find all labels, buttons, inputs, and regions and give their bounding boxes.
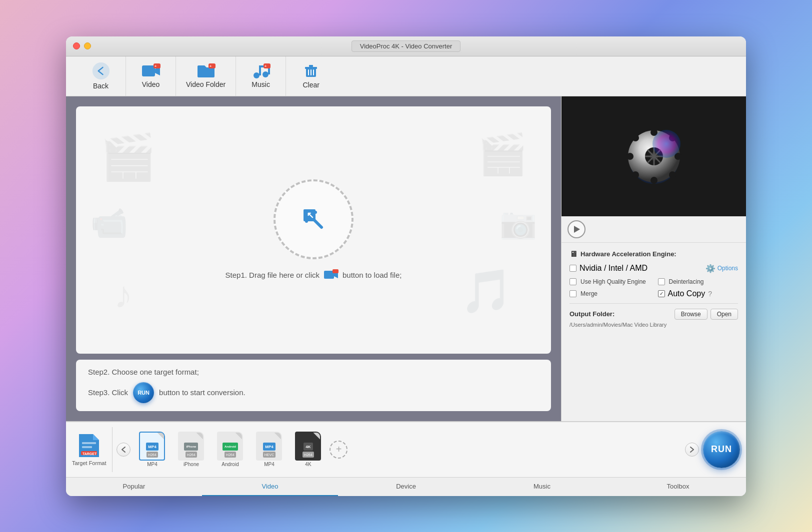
tab-music[interactable]: Music bbox=[474, 478, 610, 496]
right-arrow-icon bbox=[690, 446, 694, 453]
toolbar: Back + Video + Video Folder bbox=[66, 56, 746, 96]
back-icon bbox=[92, 62, 110, 80]
preset-h264-sub: H264 bbox=[146, 452, 158, 458]
preset-4k-badge: 4K bbox=[304, 443, 312, 451]
settings-panel: 🖥 Hardware Acceleration Engine: Nvidia /… bbox=[562, 243, 746, 421]
play-button[interactable] bbox=[568, 220, 586, 238]
preset-iphone-icon: iPhone H264 bbox=[178, 432, 204, 461]
svg-point-34 bbox=[669, 171, 676, 178]
video-inline-icon bbox=[324, 269, 338, 280]
checks-grid: Use High Quality Engine Deinterlacing Me… bbox=[570, 278, 738, 298]
music-button[interactable]: + Music bbox=[236, 56, 286, 96]
preset-mp4-label: MP4 bbox=[147, 462, 158, 467]
format-presets: MP4 H264 MP4 iPhone H264 iPhone bbox=[134, 432, 681, 467]
format-bar: TARGET Target Format MP4 H264 bbox=[66, 422, 746, 477]
nvidia-checkbox[interactable] bbox=[570, 265, 576, 272]
preset-iphone-badge: iPhone bbox=[184, 443, 198, 451]
music-label: Music bbox=[252, 80, 270, 88]
deinterlacing-label: Deinterlacing bbox=[669, 278, 704, 285]
preset-android-label: Android bbox=[222, 462, 238, 467]
target-format-label: Target Format bbox=[72, 460, 106, 466]
svg-point-0 bbox=[92, 63, 108, 79]
main-content: 🎬 🎬 ♪ 🎵 📹 📷 ↖ Step1. Drag file here o bbox=[66, 96, 746, 421]
left-arrow-icon bbox=[121, 446, 126, 453]
video-label: Video bbox=[142, 80, 160, 88]
tab-toolbox[interactable]: Toolbox bbox=[610, 478, 746, 496]
bottom-area: TARGET Target Format MP4 H264 bbox=[66, 421, 746, 496]
preset-android-badge: Android bbox=[222, 443, 238, 451]
svg-point-8 bbox=[262, 71, 268, 77]
output-folder-section: Output Folder: Browse Open /Users/admin/… bbox=[570, 303, 738, 328]
preset-iphone-label: iPhone bbox=[184, 462, 199, 467]
preset-iphone[interactable]: iPhone H264 iPhone bbox=[174, 432, 208, 467]
preset-android-sub: H264 bbox=[224, 452, 236, 458]
target-format-file-icon: TARGET bbox=[78, 433, 100, 458]
svg-rect-24 bbox=[332, 269, 338, 273]
tab-video[interactable]: Video bbox=[202, 478, 338, 496]
preset-mp4-h264-icon: MP4 H264 bbox=[139, 432, 165, 461]
add-format-button[interactable]: + bbox=[330, 441, 348, 459]
play-icon bbox=[574, 226, 580, 233]
options-button[interactable]: Options bbox=[718, 265, 738, 272]
svg-point-33 bbox=[632, 134, 639, 141]
preset-hevc-sub: HEVC bbox=[263, 452, 276, 458]
preset-iphone-sub: H264 bbox=[186, 452, 197, 458]
preset-android[interactable]: Android H264 Android bbox=[212, 432, 248, 467]
left-panel: 🎬 🎬 ♪ 🎵 📹 📷 ↖ Step1. Drag file here o bbox=[66, 96, 561, 421]
preset-4k-icon: 4K H264 bbox=[295, 432, 321, 461]
nvidia-label: Nvidia / Intel / AMD bbox=[580, 264, 648, 273]
svg-text:+: + bbox=[210, 64, 212, 68]
tab-device[interactable]: Device bbox=[338, 478, 474, 496]
video-button[interactable]: + Video bbox=[126, 56, 176, 96]
high-quality-checkbox[interactable] bbox=[570, 278, 576, 285]
video-folder-button[interactable]: + Video Folder bbox=[176, 56, 236, 96]
browse-button[interactable]: Browse bbox=[674, 309, 708, 320]
next-format-button[interactable] bbox=[685, 443, 699, 457]
tab-popular[interactable]: Popular bbox=[66, 478, 202, 496]
svg-rect-1 bbox=[142, 65, 155, 76]
svg-text:+: + bbox=[264, 64, 266, 68]
run-button[interactable]: RUN bbox=[703, 431, 740, 468]
preset-mp4-badge: MP4 bbox=[146, 443, 158, 451]
video-icon: + bbox=[142, 63, 160, 78]
help-icon[interactable]: ? bbox=[708, 290, 712, 298]
clear-button[interactable]: Clear bbox=[286, 56, 336, 96]
output-folder-row: Output Folder: Browse Open bbox=[570, 309, 738, 320]
merge-checkbox[interactable] bbox=[570, 290, 576, 297]
svg-text:↖: ↖ bbox=[306, 210, 314, 220]
target-format-icon: TARGET bbox=[78, 433, 100, 458]
hw-engine-title: 🖥 Hardware Acceleration Engine: bbox=[570, 250, 738, 259]
music-icon: + bbox=[252, 63, 270, 78]
minimize-button[interactable] bbox=[84, 42, 91, 49]
autocopy-checkbox[interactable] bbox=[658, 290, 665, 297]
hw-engine-row: Nvidia / Intel / AMD ⚙️ Options bbox=[570, 264, 738, 273]
run-label: RUN bbox=[711, 444, 732, 455]
preset-mp4-hevc-badge: MP4 bbox=[263, 443, 275, 451]
deinterlacing-checkbox[interactable] bbox=[658, 278, 665, 285]
target-format-section: TARGET Target Format bbox=[72, 427, 112, 472]
preset-mp4-hevc-icon: MP4 HEVC bbox=[256, 432, 282, 461]
preset-android-icon: Android H264 bbox=[217, 432, 243, 461]
options-section: ⚙️ Options bbox=[706, 264, 738, 273]
preset-mp4-h264[interactable]: MP4 H264 MP4 bbox=[134, 432, 170, 467]
high-quality-label: Use High Quality Engine bbox=[580, 278, 646, 285]
open-button[interactable]: Open bbox=[710, 309, 738, 320]
play-controls bbox=[562, 216, 746, 243]
svg-point-31 bbox=[626, 153, 634, 160]
video-folder-label: Video Folder bbox=[186, 80, 226, 88]
preset-mp4-hevc[interactable]: MP4 HEVC MP4 bbox=[252, 432, 286, 467]
step1-text: Step1. Drag file here or click button to… bbox=[226, 269, 402, 280]
app-logo bbox=[619, 121, 689, 191]
step3-text: Step3. Click RUN button to start convers… bbox=[88, 382, 539, 403]
back-button[interactable]: Back bbox=[76, 56, 126, 96]
svg-point-7 bbox=[254, 72, 260, 78]
drop-circle: ↖ bbox=[274, 179, 354, 259]
preset-4k[interactable]: 4K H264 4K bbox=[290, 432, 326, 467]
svg-rect-43 bbox=[82, 446, 92, 448]
drop-area[interactable]: 🎬 🎬 ♪ 🎵 📹 📷 ↖ Step1. Drag file here o bbox=[76, 106, 551, 354]
svg-text:+: + bbox=[154, 64, 156, 68]
output-path: /Users/admin/Movies/Mac Video Library bbox=[570, 322, 738, 328]
prev-format-button[interactable] bbox=[116, 443, 130, 457]
close-button[interactable] bbox=[73, 42, 80, 49]
svg-point-41 bbox=[652, 130, 680, 158]
